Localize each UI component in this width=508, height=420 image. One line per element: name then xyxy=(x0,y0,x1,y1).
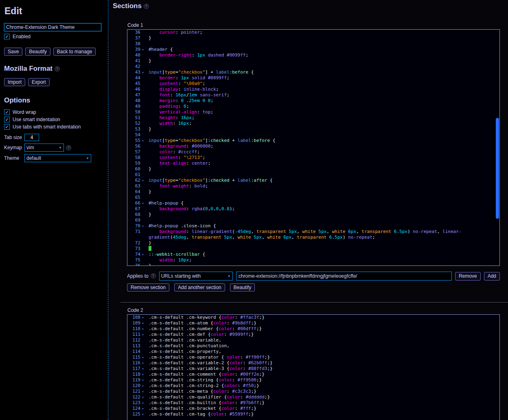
code-text[interactable]: height: 16px; xyxy=(145,115,499,121)
code-text[interactable]: input[type="checkbox"]:checked + label:a… xyxy=(145,178,499,183)
code-text[interactable]: #header { xyxy=(145,47,499,52)
fold-arrow-icon[interactable]: ▾ xyxy=(140,223,145,229)
code-text[interactable]: .cm-s-default .cm-variable-3 {color: #88… xyxy=(145,366,499,372)
code-text[interactable]: .cm-s-default .cm-string-2 {color: #f50;… xyxy=(145,383,499,389)
code-text[interactable]: #help-popup { xyxy=(145,200,499,206)
code-text[interactable]: color: #ccccff; xyxy=(145,149,499,155)
code-text[interactable]: .cm-s-default .cm-property, xyxy=(145,349,499,355)
code-text[interactable] xyxy=(145,172,499,178)
fold-arrow-icon[interactable]: ▾ xyxy=(140,389,145,394)
remove-section-button[interactable]: Remove section xyxy=(127,283,169,292)
code-text[interactable]: cursor: pointer; xyxy=(145,30,499,35)
fold-arrow-icon[interactable]: ▾ xyxy=(140,315,145,320)
code-text[interactable]: } xyxy=(145,212,499,218)
back-to-manage-button[interactable]: Back to manage xyxy=(53,48,96,56)
code-text[interactable]: .cm-s-default .cm-operator { color: #ff0… xyxy=(145,355,499,360)
style-name-input[interactable] xyxy=(4,23,101,31)
save-button[interactable]: Save xyxy=(4,48,22,56)
code-editor-2[interactable]: 108▾.cm-s-default .cm-keyword {color: #f… xyxy=(127,314,500,420)
code-text[interactable] xyxy=(145,41,499,47)
code-text[interactable]: .cm-s-default .cm-qualifier {color: #ddd… xyxy=(145,394,499,400)
code-text[interactable]: background: linear-gradient(-45deg, tran… xyxy=(145,229,499,240)
remove-applies-button[interactable]: Remove xyxy=(455,272,481,281)
fold-arrow-icon[interactable]: ▾ xyxy=(140,200,145,206)
fold-arrow-icon[interactable]: ▾ xyxy=(140,360,145,366)
code-text[interactable]: input[type="checkbox"]:checked + label:b… xyxy=(145,138,499,144)
fold-arrow-icon[interactable]: ▾ xyxy=(140,366,145,372)
code-text[interactable]: font: 16px/1em sans-serif; xyxy=(145,92,499,98)
fold-arrow-icon[interactable]: ▾ xyxy=(140,372,145,377)
code-text[interactable]: width: 10px; xyxy=(145,257,499,263)
fold-arrow-icon[interactable]: ▾ xyxy=(140,326,145,332)
code-text[interactable] xyxy=(145,64,499,70)
code-text[interactable]: background: rgba(0,0,0,0.8); xyxy=(145,206,499,212)
fold-arrow-icon[interactable]: ▾ xyxy=(140,70,145,75)
help-icon[interactable]: ? xyxy=(55,66,60,72)
code-text[interactable]: border-right: 1px dashed #0099ff; xyxy=(145,52,499,58)
editor-scrollbar-thumb[interactable] xyxy=(496,118,499,219)
enabled-checkbox[interactable]: ✓ xyxy=(4,34,10,39)
theme-select[interactable]: default ▼ xyxy=(24,154,91,162)
code-text[interactable]: #help-popup .close-icon { xyxy=(145,223,499,229)
code-text[interactable]: } xyxy=(145,263,499,266)
code-text[interactable]: .cm-s-default .cm-comment {color: #00ff2… xyxy=(145,372,499,377)
code-text[interactable]: font-weight: bold; xyxy=(145,183,499,189)
code-text[interactable]: margin: 0 .25em 0 0; xyxy=(145,98,499,104)
add-another-section-button[interactable]: Add another section xyxy=(174,283,225,292)
fold-arrow-icon[interactable]: ▾ xyxy=(140,400,145,406)
option-checkbox[interactable]: ✓ xyxy=(4,124,10,130)
code-text[interactable]: .cm-s-default .cm-def {color: #9999ff;} xyxy=(145,332,499,337)
help-icon[interactable]: ? xyxy=(66,145,71,150)
beautify-button[interactable]: Beautify xyxy=(25,48,50,56)
code-text[interactable]: content: "\2713"; xyxy=(145,155,499,161)
code-text[interactable]: .cm-s-default .cm-keyword {color: #ffac3… xyxy=(145,315,499,320)
code-text[interactable]: ::-webkit-scrollbar { xyxy=(145,252,499,257)
code-text[interactable]: } xyxy=(145,189,499,195)
applies-to-url-input[interactable] xyxy=(236,272,452,281)
fold-arrow-icon[interactable]: ▾ xyxy=(140,252,145,257)
fold-arrow-icon[interactable]: ▾ xyxy=(140,138,145,144)
code-text[interactable]: } xyxy=(145,58,499,64)
tab-size-input[interactable] xyxy=(24,134,39,141)
code-text[interactable]: vertical-align: top; xyxy=(145,109,499,115)
beautify-section-button[interactable]: Beautify xyxy=(230,283,255,292)
fold-arrow-icon[interactable]: ▾ xyxy=(140,355,145,360)
code-editor-1[interactable]: 36 cursor: pointer;37}3839▾#header {40 b… xyxy=(127,29,500,266)
code-text[interactable]: border: 1px solid #0099ff; xyxy=(145,75,499,81)
fold-arrow-icon[interactable]: ▾ xyxy=(140,320,145,326)
import-button[interactable]: Import xyxy=(4,78,25,86)
code-text[interactable]: .cm-s-default .cm-builtin {color: #97b6f… xyxy=(145,400,499,406)
keymap-select[interactable]: vim ▼ xyxy=(24,144,64,152)
code-text[interactable]: } xyxy=(145,126,499,132)
code-text[interactable] xyxy=(145,218,499,223)
code-text[interactable]: input[type="checkbox"] + label:before { xyxy=(145,70,499,75)
code-text[interactable]: content: "\00a0"; xyxy=(145,81,499,87)
code-text[interactable]: .cm-s-default .cm-punctuation, xyxy=(145,343,499,349)
code-text[interactable]: } xyxy=(145,166,499,172)
option-checkbox[interactable]: ✓ xyxy=(4,117,10,122)
fold-arrow-icon[interactable]: ▾ xyxy=(140,377,145,383)
fold-arrow-icon[interactable]: ▾ xyxy=(140,411,145,417)
export-button[interactable]: Export xyxy=(28,78,50,86)
code-text[interactable]: .cm-s-default .cm-meta {color: #c3c3c3;} xyxy=(145,389,499,394)
code-text[interactable]: .cm-s-default .cm-bracket {color: #fff;} xyxy=(145,406,499,411)
code-text[interactable]: .cm-s-default .cm-string {color: #ff9500… xyxy=(145,377,499,383)
code-text[interactable]: text-align: center; xyxy=(145,161,499,166)
code-text[interactable]: padding: 0; xyxy=(145,104,499,109)
code-text[interactable]: .cm-s-default .cm-variable-2 {color: #62… xyxy=(145,360,499,366)
option-checkbox[interactable]: ✓ xyxy=(4,109,10,115)
code-text[interactable]: } xyxy=(145,240,499,246)
code-text[interactable] xyxy=(145,132,499,138)
code-text[interactable]: .cm-s-default .cm-tag {color: #5599ff;} xyxy=(145,411,499,417)
code-text[interactable]: .cm-s-default .cm-number {color: #00dfff… xyxy=(145,326,499,332)
help-icon[interactable]: ? xyxy=(151,273,156,279)
code-text[interactable]: .cm-s-default .cm-variable, xyxy=(145,337,499,343)
code-text[interactable]: display: inline-block; xyxy=(145,87,499,92)
help-icon[interactable]: ? xyxy=(144,4,149,9)
fold-arrow-icon[interactable]: ▾ xyxy=(140,332,145,337)
code-text[interactable] xyxy=(145,246,499,252)
fold-arrow-icon[interactable]: ▾ xyxy=(140,383,145,389)
applies-to-type-select[interactable]: URLs starting with ▼ xyxy=(159,272,233,281)
fold-arrow-icon[interactable]: ▾ xyxy=(140,406,145,411)
code-text[interactable]: width: 16px; xyxy=(145,121,499,126)
